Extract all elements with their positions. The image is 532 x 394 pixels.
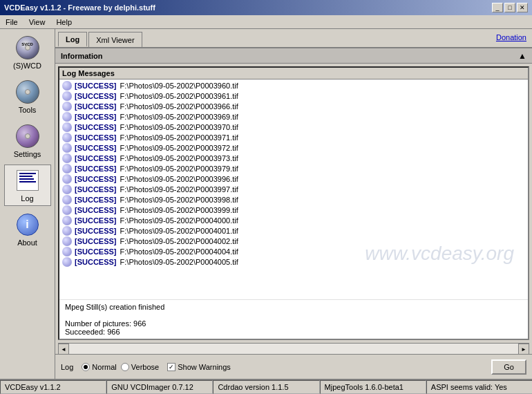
table-row: [SUCCESS] F:\Photos\09-05-2002\P0003973.…	[59, 153, 528, 163]
go-button-area: Go	[491, 359, 526, 375]
cd-icon: SVCD	[16, 36, 39, 59]
log-path: F:\Photos\09-05-2002\P0003971.tif	[118, 133, 238, 142]
info-panel-label: Information	[61, 52, 103, 60]
tools-icon-container	[15, 79, 40, 104]
row-icon	[62, 153, 72, 163]
log-doc-icon	[17, 170, 39, 191]
row-icon	[62, 164, 72, 173]
status-vcdimager: GNU VCDImager 0.7.12	[106, 380, 213, 394]
log-status: [SUCCESS]	[75, 227, 117, 235]
sidebar-item-log[interactable]: Log	[4, 165, 51, 206]
row-icon	[62, 185, 72, 194]
row-icon	[62, 247, 72, 256]
log-messages-section: Log Messages [SUCCESS] F:\Photos\09-05-2…	[58, 66, 529, 340]
table-row: [SUCCESS] F:\Photos\09-05-2002\P0004004.…	[59, 246, 528, 256]
table-row: [SUCCESS] F:\Photos\09-05-2002\P0003969.…	[59, 111, 528, 122]
about-circle-icon: i	[17, 214, 39, 236]
radio-normal[interactable]: Normal	[82, 363, 116, 371]
radio-verbose-dot[interactable]	[121, 363, 129, 371]
maximize-button[interactable]: □	[504, 3, 515, 12]
window-controls[interactable]: _ □ ✕	[492, 3, 528, 12]
bottom-controls: Log Normal Verbose ✓ Show Warnings Go	[55, 354, 532, 379]
log-status: [SUCCESS]	[75, 92, 117, 100]
table-row: [SUCCESS] F:\Photos\09-05-2002\P0004001.…	[59, 225, 528, 236]
settings-icon	[16, 124, 39, 148]
menu-view[interactable]: View	[26, 17, 48, 27]
row-icon	[62, 91, 72, 101]
tab-log[interactable]: Log	[58, 32, 87, 47]
row-icon	[62, 216, 72, 225]
log-status: [SUCCESS]	[75, 144, 117, 152]
log-path: F:\Photos\09-05-2002\P0003972.tif	[118, 144, 238, 152]
cd-hole3	[25, 133, 30, 139]
sidebar-item-settings[interactable]: Settings	[4, 120, 51, 162]
show-warnings-checkbox[interactable]: ✓ Show Warnings	[167, 363, 231, 371]
log-path: F:\Photos\09-05-2002\P0003979.tif	[118, 165, 238, 173]
radio-verbose[interactable]: Verbose	[121, 363, 159, 371]
table-row: [SUCCESS] F:\Photos\09-05-2002\P0003960.…	[59, 80, 528, 91]
log-path: F:\Photos\09-05-2002\P0003966.tif	[118, 102, 238, 111]
log-bottom-label: Log	[61, 363, 73, 371]
table-row: [SUCCESS] F:\Photos\09-05-2002\P0003971.…	[59, 132, 528, 142]
radio-verbose-label: Verbose	[131, 363, 159, 371]
menu-help[interactable]: Help	[53, 17, 75, 27]
scroll-right-btn[interactable]: ►	[518, 344, 529, 355]
log-status: [SUCCESS]	[75, 247, 117, 256]
menu-file[interactable]: File	[3, 17, 21, 27]
table-row: [SUCCESS] F:\Photos\09-05-2002\P0003972.…	[59, 142, 528, 153]
row-icon	[62, 236, 72, 246]
log-path: F:\Photos\09-05-2002\P0003997.tif	[118, 185, 238, 194]
log-messages-header: Log Messages	[59, 68, 528, 79]
log-status: [SUCCESS]	[75, 165, 117, 173]
tab-xml-viewer[interactable]: Xml Viewer	[88, 32, 142, 47]
row-icon	[62, 205, 72, 215]
main-layout: SVCD (S)WCD Tools Settings	[0, 29, 532, 379]
table-row: [SUCCESS] F:\Photos\09-05-2002\P0003961.…	[59, 91, 528, 101]
radio-normal-label: Normal	[92, 363, 116, 371]
log-path: F:\Photos\09-05-2002\P0004000.tif	[118, 216, 238, 225]
row-icon	[62, 195, 72, 205]
info-panel: Information ▲	[55, 48, 532, 64]
sidebar-item-about[interactable]: i About	[4, 209, 51, 250]
settings-icon-container	[15, 124, 40, 149]
radio-group: Normal Verbose	[82, 363, 159, 371]
log-content[interactable]: [SUCCESS] F:\Photos\09-05-2002\P0003960.…	[59, 79, 528, 299]
log-status: [SUCCESS]	[75, 206, 117, 214]
title-bar: VCDEasy v1.1.2 - Freeware by delphi.stuf…	[0, 0, 532, 15]
log-path: F:\Photos\09-05-2002\P0003999.tif	[118, 206, 238, 214]
log-path: F:\Photos\09-05-2002\P0004001.tif	[118, 227, 238, 235]
sidebar-item-tools[interactable]: Tools	[4, 76, 51, 118]
log-path: F:\Photos\09-05-2002\P0004002.tif	[118, 237, 238, 245]
log-status: [SUCCESS]	[75, 216, 117, 225]
row-icon	[62, 122, 72, 132]
log-summary: Mpeg Still(s) creation finished Number o…	[59, 299, 528, 339]
log-path: F:\Photos\09-05-2002\P0003973.tif	[118, 154, 238, 162]
log-status: [SUCCESS]	[75, 133, 117, 142]
radio-normal-dot[interactable]	[82, 363, 90, 371]
status-cdrdao: Cdrdao version 1.1.5	[213, 380, 319, 394]
go-button[interactable]: Go	[491, 359, 526, 375]
horizontal-scrollbar[interactable]: ◄ ►	[58, 343, 529, 354]
log-status: [SUCCESS]	[75, 175, 117, 183]
checkbox-box[interactable]: ✓	[167, 363, 175, 371]
log-path: F:\Photos\09-05-2002\P0003960.tif	[118, 82, 238, 90]
info-collapse-arrow[interactable]: ▲	[518, 51, 526, 61]
status-bar: VCDEasy v1.1.2 GNU VCDImager 0.7.12 Cdrd…	[0, 379, 532, 394]
table-row: [SUCCESS] F:\Photos\09-05-2002\P0003999.…	[59, 205, 528, 215]
cd-icon-container: SVCD	[15, 35, 40, 60]
about-icon-container: i	[15, 212, 40, 237]
sidebar-item-swcd[interactable]: SVCD (S)WCD	[4, 32, 51, 73]
minimize-button[interactable]: _	[492, 3, 503, 12]
content-area: Log Xml Viewer Donation Information ▲ Lo…	[55, 29, 532, 379]
scroll-track[interactable]	[69, 344, 518, 354]
scroll-left-btn[interactable]: ◄	[58, 344, 69, 355]
sidebar-item-settings-label: Settings	[14, 150, 41, 158]
row-icon	[62, 174, 72, 184]
row-icon	[62, 102, 72, 111]
close-button[interactable]: ✕	[517, 3, 528, 12]
log-status: [SUCCESS]	[75, 185, 117, 194]
donation-link[interactable]: Donation	[496, 33, 526, 41]
log-path: F:\Photos\09-05-2002\P0003961.tif	[118, 92, 238, 100]
log-path: F:\Photos\09-05-2002\P0003970.tif	[118, 123, 238, 131]
tab-bar: Log Xml Viewer Donation	[55, 29, 532, 48]
